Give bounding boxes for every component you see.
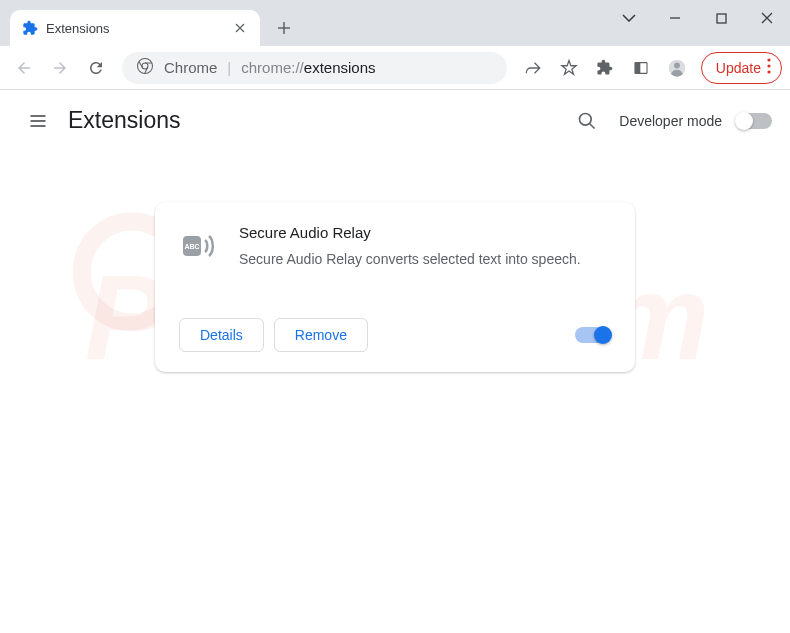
svg-rect-2 bbox=[717, 14, 726, 23]
puzzle-icon bbox=[22, 20, 38, 36]
tab-close-button[interactable] bbox=[232, 20, 248, 36]
sidepanel-button[interactable] bbox=[625, 52, 657, 84]
url-path: extensions bbox=[304, 59, 376, 76]
omnibox-chrome-label: Chrome bbox=[164, 59, 217, 76]
minimize-button[interactable] bbox=[652, 0, 698, 36]
toggle-knob bbox=[594, 326, 612, 344]
svg-point-3 bbox=[138, 59, 153, 74]
dev-mode-toggle[interactable] bbox=[736, 113, 772, 129]
chrome-icon bbox=[136, 57, 154, 78]
more-icon bbox=[767, 58, 771, 77]
extension-description: Secure Audio Relay converts selected tex… bbox=[239, 249, 611, 270]
tab-search-button[interactable] bbox=[606, 0, 652, 36]
omnibox[interactable]: Chrome | chrome://extensions bbox=[122, 52, 507, 84]
url-scheme: chrome:// bbox=[241, 59, 304, 76]
profile-button[interactable] bbox=[661, 52, 693, 84]
card-top: ABC Secure Audio Relay Secure Audio Rela… bbox=[179, 224, 611, 270]
bookmark-button[interactable] bbox=[553, 52, 585, 84]
toggle-knob bbox=[735, 112, 753, 130]
menu-button[interactable] bbox=[18, 101, 58, 141]
svg-rect-6 bbox=[635, 62, 640, 73]
page-header: Extensions Developer mode bbox=[0, 90, 790, 152]
share-button[interactable] bbox=[517, 52, 549, 84]
extension-toggle[interactable] bbox=[575, 327, 611, 343]
extension-icon: ABC bbox=[179, 226, 219, 266]
toolbar: Chrome | chrome://extensions Update bbox=[0, 46, 790, 90]
svg-point-8 bbox=[674, 62, 680, 68]
reload-button[interactable] bbox=[80, 52, 112, 84]
omnibox-separator: | bbox=[227, 59, 231, 76]
close-button[interactable] bbox=[744, 0, 790, 36]
search-button[interactable] bbox=[569, 103, 605, 139]
extension-toggle-wrap bbox=[575, 327, 611, 343]
svg-point-11 bbox=[767, 70, 770, 73]
forward-button[interactable] bbox=[44, 52, 76, 84]
update-button[interactable]: Update bbox=[701, 52, 782, 84]
card-actions: Details Remove bbox=[179, 318, 611, 352]
omnibox-url: chrome://extensions bbox=[241, 59, 375, 76]
dev-mode-label: Developer mode bbox=[619, 113, 722, 129]
titlebar: Extensions bbox=[0, 0, 790, 46]
svg-text:ABC: ABC bbox=[184, 243, 199, 250]
window-controls bbox=[606, 0, 790, 36]
svg-point-10 bbox=[767, 64, 770, 67]
extension-card: ABC Secure Audio Relay Secure Audio Rela… bbox=[155, 202, 635, 372]
update-label: Update bbox=[716, 60, 761, 76]
content-area: ABC Secure Audio Relay Secure Audio Rela… bbox=[0, 152, 790, 422]
browser-tab[interactable]: Extensions bbox=[10, 10, 260, 46]
back-button[interactable] bbox=[8, 52, 40, 84]
new-tab-button[interactable] bbox=[270, 14, 298, 42]
remove-button[interactable]: Remove bbox=[274, 318, 368, 352]
extension-info: Secure Audio Relay Secure Audio Relay co… bbox=[239, 224, 611, 270]
page-title: Extensions bbox=[68, 107, 181, 134]
svg-point-12 bbox=[580, 113, 592, 125]
svg-point-9 bbox=[767, 58, 770, 61]
extensions-button[interactable] bbox=[589, 52, 621, 84]
maximize-button[interactable] bbox=[698, 0, 744, 36]
extension-name: Secure Audio Relay bbox=[239, 224, 611, 241]
details-button[interactable]: Details bbox=[179, 318, 264, 352]
tab-title: Extensions bbox=[46, 21, 224, 36]
header-actions: Developer mode bbox=[569, 103, 772, 139]
